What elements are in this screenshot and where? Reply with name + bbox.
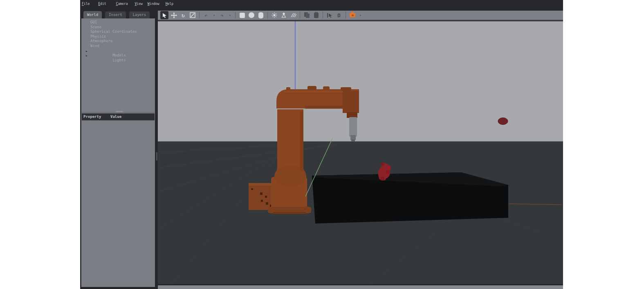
snap-tool-button[interactable]: Ω [335,11,343,19]
property-table-header: Property Value [82,113,155,120]
spot-light-button[interactable] [280,11,288,19]
menu-file[interactable]: File [82,2,90,6]
scale-icon [190,12,195,18]
toolbar-separator [323,12,323,18]
scene-canvas[interactable] [158,21,563,284]
expand-arrow-icon[interactable]: ▶ [86,49,88,54]
paste-button[interactable] [312,11,320,19]
copy-icon [304,12,310,18]
tree-item-physics[interactable]: Physics [81,34,155,39]
menu-bar: File Edit Camera View Window Help [80,0,563,7]
toolbar-separator [267,12,268,18]
camera-icon [350,13,355,17]
world-tree: GUI Scene Spherical Coordinates Physics … [81,18,155,58]
render-viewport-3d[interactable] [158,21,563,284]
menu-camera[interactable]: Camera [116,2,128,6]
select-tool-button[interactable] [160,11,168,19]
sphere-icon [249,12,254,18]
insert-box-button[interactable] [238,11,246,19]
toolbar-separator [346,12,346,18]
align-tool-button[interactable] [325,11,334,19]
chevron-down-icon: ▾ [359,14,361,17]
panel-bottom-border [80,287,158,289]
move-cross-icon [171,12,177,18]
toolbar-separator [199,12,200,18]
tree-item-atmosphere[interactable]: Atmosphere [81,39,155,44]
screenshot-stage: File Edit Camera View Window Help World … [0,0,644,289]
panel-divider [81,112,155,113]
panel-gutter [155,7,158,289]
menu-edit[interactable]: Edit [98,2,106,6]
menu-view[interactable]: View [135,2,142,6]
tab-insert[interactable]: Insert [105,11,126,18]
translate-tool-button[interactable] [170,11,178,19]
rotate-tool-button[interactable]: ↻ [179,11,187,19]
tab-world[interactable]: World [83,11,102,18]
toolbar-separator [235,12,236,18]
screenshot-button[interactable] [348,11,357,19]
snap-magnet-icon: Ω [337,12,341,18]
toolbar-separator [300,12,300,18]
redo-history-button[interactable]: ▾ [227,11,233,19]
tree-item-gui[interactable]: GUI [81,20,155,25]
gazebo-window: File Edit Camera View Window Help World … [80,0,563,289]
redo-icon: ↷ [220,12,224,18]
panel-tabs: World Insert Layers [81,11,150,18]
redo-button[interactable]: ↷ [218,11,226,19]
undo-button[interactable]: ↶ [202,11,210,19]
undo-history-button[interactable]: ▾ [211,11,217,19]
rotate-icon: ↻ [182,12,185,18]
screenshot-history-button[interactable]: ▾ [358,11,363,19]
red-object-model[interactable] [498,118,508,125]
black-table-model[interactable] [312,172,508,224]
chevron-down-icon: ▾ [213,14,215,17]
spot-light-icon [281,12,287,18]
point-light-button[interactable] [270,11,278,19]
time-panel-strip [158,285,563,289]
directional-light-icon [290,12,296,18]
undo-icon: ↶ [204,12,208,18]
paste-icon [314,13,319,18]
box-icon [240,13,245,18]
menu-window[interactable]: Window [148,2,159,6]
menu-help[interactable]: Help [166,2,173,6]
scale-tool-button[interactable] [188,11,197,19]
insert-cylinder-button[interactable] [257,11,265,19]
cursor-arrow-icon [162,13,167,18]
cylinder-icon [258,12,263,18]
copy-button[interactable] [303,11,311,19]
chevron-down-icon: ▾ [229,14,231,17]
column-property: Property [83,113,101,120]
tree-item-scene[interactable]: Scene [81,25,155,30]
align-icon [327,13,333,18]
directional-light-button[interactable] [289,11,297,19]
vertical-splitter-handle[interactable] [156,152,157,160]
insert-sphere-button[interactable] [247,11,256,19]
column-value: Value [110,113,121,120]
tree-item-wind[interactable]: Wind [81,44,155,49]
tab-layers[interactable]: Layers [129,11,150,18]
world-panel: GUI Scene Spherical Coordinates Physics … [81,18,155,287]
viewport-toolbar: ↻ ↶ ▾ ↷ ▾ [158,11,563,20]
tree-item-models[interactable]: ▶Models [81,49,155,54]
point-light-icon [272,12,277,18]
tree-item-lights[interactable]: ▶Lights [81,53,155,58]
expand-arrow-icon[interactable]: ▶ [86,53,88,58]
tree-item-spherical-coordinates[interactable]: Spherical Coordinates [81,29,155,34]
